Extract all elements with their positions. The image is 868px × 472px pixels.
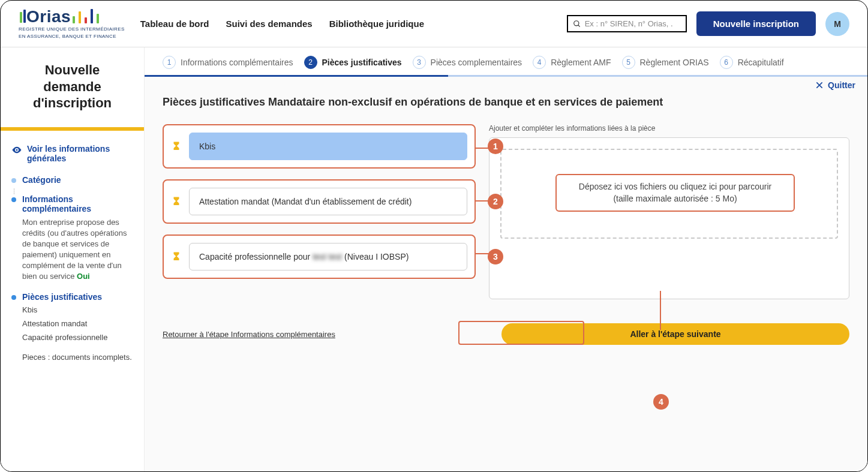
logo-tagline-2: EN ASSURANCE, BANQUE ET FINANCE	[19, 34, 125, 40]
sidebar-item-pieces[interactable]: Pièces justificatives	[11, 292, 133, 302]
hourglass-icon	[171, 251, 182, 262]
sidebar-title: Nouvelle demande d'inscription	[11, 62, 133, 112]
search-input[interactable]: Ex : n° SIREN, n° Orias, .	[567, 15, 687, 32]
doc-label: Attestation mandat (Mandat d'un établiss…	[189, 188, 467, 215]
svg-point-2	[16, 149, 18, 151]
logo-tagline-1: REGISTRE UNIQUE DES INTERMÉDIAIRES	[19, 26, 125, 32]
annotation-4: 4	[653, 394, 669, 410]
new-registration-button[interactable]: Nouvelle inscription	[696, 11, 816, 36]
annotation-1: 1	[488, 139, 503, 154]
page-title: Pièces justificatives Mandataire non-exc…	[163, 96, 849, 109]
sidebar-piece-capacite[interactable]: Capacité professionnelle	[22, 333, 133, 342]
svg-point-0	[573, 20, 578, 25]
stepper: 1Informations complémentaires 2Pièces ju…	[145, 47, 867, 75]
avatar[interactable]: M	[825, 12, 849, 36]
step-4[interactable]: 4Règlement AMF	[533, 56, 611, 69]
hourglass-icon	[171, 141, 182, 152]
sidebar: Nouvelle demande d'inscription Voir les …	[1, 47, 145, 472]
dropzone-text: Déposez ici vos fichiers ou cliquez ici …	[555, 174, 795, 212]
view-general-info[interactable]: Voir les informations générales	[11, 144, 133, 163]
step-1[interactable]: 1Informations complémentaires	[163, 56, 293, 69]
nav-dashboard[interactable]: Tableau de bord	[140, 19, 209, 29]
upload-section-label: Ajouter et compléter les informations li…	[489, 124, 849, 133]
dot-icon	[11, 197, 16, 202]
back-link[interactable]: Retourner à l'étape Informations complém…	[163, 330, 335, 339]
step-2[interactable]: 2Pièces justificatives	[304, 56, 402, 69]
search-placeholder: Ex : n° SIREN, n° Orias, .	[585, 19, 673, 28]
hourglass-icon	[171, 196, 182, 207]
nav-library[interactable]: Bibliothèque juridique	[329, 19, 424, 29]
top-nav: Tableau de bord Suivi des demandes Bibli…	[140, 19, 424, 29]
compl-info-desc: Mon entreprise propose des crédits (ou d…	[22, 217, 133, 282]
svg-line-1	[578, 25, 579, 26]
doc-card-capacite[interactable]: Capacité professionnelle pour test test …	[163, 235, 476, 279]
annotation-2: 2	[488, 194, 503, 209]
dot-icon	[11, 295, 16, 300]
doc-card-attestation[interactable]: Attestation mandat (Mandat d'un établiss…	[163, 179, 476, 224]
logo-text: Orias	[26, 8, 71, 25]
step-5[interactable]: 5Règlement ORIAS	[622, 56, 709, 69]
close-icon	[815, 80, 824, 90]
sidebar-item-category[interactable]: Catégorie	[11, 175, 133, 185]
sidebar-pieces-status: Pieces : documents incomplets.	[22, 353, 133, 362]
logo[interactable]: Orias REGISTRE UNIQUE DES INTERMÉDIAIRES…	[19, 8, 125, 39]
dot-icon	[11, 178, 16, 183]
next-step-button[interactable]: Aller à l'étape suivante	[501, 323, 849, 345]
main: 1Informations complémentaires 2Pièces ju…	[145, 47, 867, 472]
doc-card-kbis[interactable]: Kbis 1	[163, 124, 476, 169]
nav-tracking[interactable]: Suivi des demandes	[226, 19, 312, 29]
step-3[interactable]: 3Pièces complementaires	[413, 56, 522, 69]
sidebar-item-compl-info[interactable]: Informations complémentaires	[11, 194, 133, 214]
doc-label: Kbis	[189, 133, 467, 160]
header: Orias REGISTRE UNIQUE DES INTERMÉDIAIRES…	[1, 1, 867, 47]
upload-panel: Déposez ici vos fichiers ou cliquez ici …	[489, 137, 849, 299]
annotation-3: 3	[488, 249, 503, 264]
eye-icon	[11, 145, 22, 155]
sidebar-piece-attestation[interactable]: Attestation mandat	[22, 319, 133, 328]
step-6[interactable]: 6Récapitulatif	[720, 56, 784, 69]
divider	[1, 127, 144, 131]
search-icon	[573, 20, 581, 28]
dropzone[interactable]: Déposez ici vos fichiers ou cliquez ici …	[500, 149, 838, 239]
doc-label: Capacité professionnelle pour test test …	[189, 243, 467, 270]
quit-button[interactable]: Quitter	[815, 80, 855, 90]
sidebar-piece-kbis[interactable]: Kbis	[22, 305, 133, 314]
